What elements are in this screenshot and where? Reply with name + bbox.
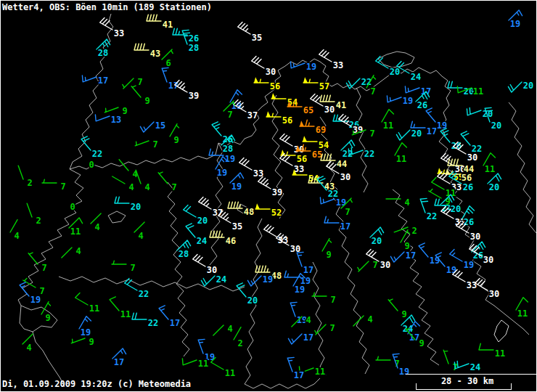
station: 11 (182, 359, 208, 369)
station-gust-value: 35 (252, 33, 262, 43)
station-gust-value: 30 (489, 289, 499, 299)
wind-barb (419, 243, 428, 257)
station-gust-value: 19 (295, 285, 305, 295)
station: 11 (395, 143, 406, 164)
wind-barb (441, 154, 454, 166)
station: 20 (448, 81, 474, 97)
wind-barb (162, 68, 168, 82)
station: 30 (193, 255, 218, 275)
station-gust-value: 30 (324, 105, 335, 115)
wind-barb (312, 293, 327, 296)
station: 2 (27, 203, 41, 226)
canton-line-zurich (272, 95, 285, 219)
wind-barb (193, 255, 205, 266)
station: 9 (170, 124, 179, 145)
station-gust-value: 46 (226, 236, 236, 246)
wind-barb (115, 197, 129, 203)
station-gust-value: 4 (75, 246, 81, 256)
station-gust-value: 20 (523, 81, 533, 91)
station-gust-value: 4 (144, 182, 149, 192)
station-gust-value: 11 (485, 164, 495, 174)
station-gust-value: 7 (130, 263, 135, 273)
station: 4 (62, 246, 81, 258)
station-gust-value: 54 (319, 140, 329, 150)
station-gust-value: 33 (467, 280, 477, 290)
wind-barb (467, 108, 481, 115)
station: 20 (376, 57, 401, 77)
wind-barb (287, 357, 294, 372)
wind-barb-pennant (255, 203, 260, 209)
station: 30 (366, 250, 391, 270)
canton-line-west (168, 182, 189, 356)
station-gust-value: 30 (483, 255, 493, 265)
canton-line-northeast (356, 88, 368, 192)
wind-barb (387, 96, 401, 102)
station-gust-value: 19 (231, 181, 242, 192)
wind-barb (42, 179, 57, 183)
wind-barb (158, 172, 168, 184)
station: 9 (388, 299, 407, 319)
app-title: Wetter4, OBS: Böen 10min (189 Stationen) (2, 2, 212, 12)
station-gust-value: 17 (340, 221, 351, 232)
station: 20 (488, 173, 501, 192)
wind-barb (110, 297, 119, 311)
wind-barb-pennant (303, 77, 308, 83)
station-gust-value: 11 (198, 359, 208, 369)
wind-barb (390, 252, 404, 262)
station-gust-value: 19 (403, 96, 413, 106)
station-gust-value: 26 (451, 141, 462, 151)
station-gust-value: 11 (473, 86, 483, 97)
station-gust-value: 11 (225, 368, 235, 378)
station-gust-value: 20 (489, 182, 499, 192)
wind-barb-pennant (271, 93, 276, 99)
wind-barb (479, 343, 493, 350)
station: 19 (320, 197, 346, 208)
station-gust-value: 28 (179, 249, 189, 259)
station-gust-value: 20 (390, 67, 400, 77)
station-gust-value: 20 (197, 216, 208, 226)
titlebar: Wetter4, OBS: Böen 10min (189 Stationen) (2, 2, 212, 12)
station-gust-value: 6 (165, 58, 171, 68)
station-gust-value: 9 (122, 106, 127, 116)
station-gust-value: 17 (303, 265, 313, 275)
station-gust-value: 22 (148, 318, 158, 328)
station-gust-value: 52 (271, 208, 282, 218)
station-gust-value: 20 (372, 236, 382, 246)
timestamp-label: Di, 01.09.2009 19:20z (c) Meteomedia (2, 379, 191, 389)
station-gust-value: 20 (247, 295, 258, 306)
station-gust-value: 7 (41, 263, 46, 273)
wind-barb-pennant (266, 111, 271, 117)
station: 7 (358, 260, 378, 271)
wind-barb (388, 299, 398, 311)
station-gust-value: 39 (353, 125, 363, 135)
station-gust-value: 19 (306, 62, 316, 72)
wind-barb (411, 121, 425, 128)
station: 17 (112, 348, 126, 367)
wind-barb (405, 86, 419, 93)
station: 24 (201, 274, 226, 286)
wind-barb (290, 302, 297, 317)
wind-barb-pennant (300, 121, 304, 126)
station-gust-value: 56 (282, 115, 292, 126)
station-gust-value: 7 (372, 260, 377, 270)
lake-neuchatel (108, 211, 126, 223)
station-gust-value: 28 (223, 144, 233, 154)
station-gust-value: 26 (417, 100, 427, 110)
station: 17 (390, 250, 416, 262)
station-gust-value: 28 (98, 48, 108, 58)
station-gust-value: 39 (189, 91, 199, 101)
station: 4 (112, 176, 134, 192)
station-gust-value: 7 (171, 182, 176, 192)
station-gust-value: 39 (272, 187, 282, 197)
station: 69 (300, 120, 326, 135)
wind-barb (284, 271, 299, 277)
station: 4 (386, 197, 410, 208)
station: 4 (213, 324, 233, 335)
station-gust-value: 26 (189, 33, 199, 44)
station-gust-value: 11 (495, 348, 505, 359)
wind-barb (119, 160, 128, 171)
station: 11 (479, 343, 505, 359)
station-gust-value: 56 (462, 173, 472, 183)
station-gust-value: 17 (114, 357, 124, 367)
station-gust-value: 19 (464, 260, 474, 270)
